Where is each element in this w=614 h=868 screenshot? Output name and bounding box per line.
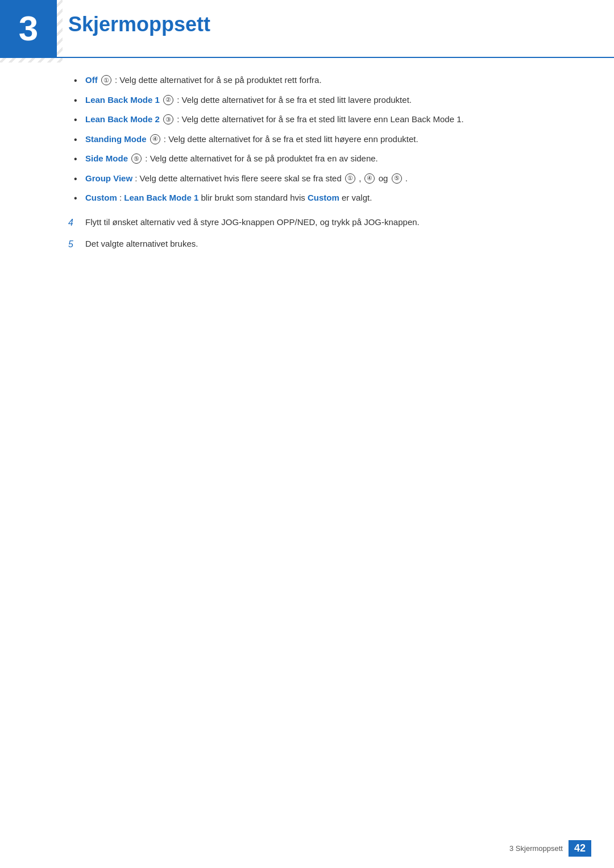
item-text: : Velg dette alternativet for å se fra e… <box>177 95 412 105</box>
item-text: blir brukt som standard hvis <box>201 193 308 202</box>
circle-num: ① <box>101 75 111 85</box>
circle-num: ② <box>163 95 173 105</box>
circle-num: ④ <box>150 134 160 144</box>
item-text: : Velg dette alternativet for å se fra e… <box>164 134 418 144</box>
step-number: 4 <box>68 216 85 230</box>
item-label: Standing Mode ④ : Velg dette alternative… <box>85 133 418 146</box>
highlight-label: Off <box>85 75 98 85</box>
item-text: : Velg dette alternativet hvis flere see… <box>135 173 344 183</box>
list-item: Lean Back Mode 2 ③ : Velg dette alternat… <box>68 113 569 126</box>
item-label: Lean Back Mode 2 ③ : Velg dette alternat… <box>85 113 464 126</box>
list-item: Off ① : Velg dette alternativet for å se… <box>68 74 569 87</box>
chapter-block: 3 <box>0 0 57 57</box>
highlight-label: Custom <box>85 193 117 202</box>
item-text: : Velg dette alternativet for å se på pr… <box>115 75 322 85</box>
chapter-title: Skjermoppsett <box>68 13 210 36</box>
footer: 3 Skjermoppsett 42 <box>509 840 591 857</box>
list-item: Standing Mode ④ : Velg dette alternative… <box>68 133 569 146</box>
step-5: 5 Det valgte alternativet brukes. <box>68 238 569 251</box>
circle-num: ⑤ <box>392 173 402 184</box>
footer-chapter-label: 3 Skjermoppsett <box>509 844 563 853</box>
highlight-label2: Lean Back Mode 1 <box>124 193 198 202</box>
list-item: Lean Back Mode 1 ② : Velg dette alternat… <box>68 94 569 107</box>
highlight-label: Lean Back Mode 1 <box>85 95 160 105</box>
circle-num: ⑤ <box>131 153 142 164</box>
item-label: Group View : Velg dette alternativet hvi… <box>85 172 408 185</box>
item-text: : Velg dette alternativet for å se fra e… <box>177 114 463 124</box>
list-item: Side Mode ⑤ : Velg dette alternativet fo… <box>68 152 569 165</box>
step-number: 5 <box>68 238 85 251</box>
step-text: Det valgte alternativet brukes. <box>85 238 569 251</box>
item-label: Off ① : Velg dette alternativet for å se… <box>85 74 322 87</box>
highlight-label: Lean Back Mode 2 <box>85 114 160 124</box>
list-item: Custom : Lean Back Mode 1 blir brukt som… <box>68 192 569 205</box>
highlight-label: Group View <box>85 173 132 183</box>
header-line <box>0 57 614 58</box>
footer-page-number: 42 <box>569 840 591 857</box>
item-text2: er valgt. <box>342 193 372 202</box>
item-label: Side Mode ⑤ : Velg dette alternativet fo… <box>85 152 378 165</box>
step-4: 4 Flytt til ønsket alternativ ved å styr… <box>68 216 569 230</box>
step-text: Flytt til ønsket alternativ ved å styre … <box>85 216 569 229</box>
circle-num: ① <box>345 173 355 184</box>
bullet-list: Off ① : Velg dette alternativet for å se… <box>68 74 569 205</box>
highlight-label: Side Mode <box>85 153 128 163</box>
circle-num: ④ <box>364 173 375 184</box>
item-label: Custom : Lean Back Mode 1 blir brukt som… <box>85 192 372 205</box>
highlight-label3: Custom <box>308 193 339 202</box>
chapter-number: 3 <box>19 11 38 46</box>
main-content: Off ① : Velg dette alternativet for å se… <box>0 74 614 251</box>
circle-num: ③ <box>163 114 173 124</box>
list-item: Group View : Velg dette alternativet hvi… <box>68 172 569 185</box>
item-text-end: . <box>405 173 408 183</box>
highlight-label: Standing Mode <box>85 134 147 144</box>
item-text: : Velg dette alternativet for å se på pr… <box>145 153 377 163</box>
item-label: Lean Back Mode 1 ② : Velg dette alternat… <box>85 94 412 107</box>
item-text-sep: , <box>359 173 363 183</box>
item-text-og: og <box>379 173 391 183</box>
